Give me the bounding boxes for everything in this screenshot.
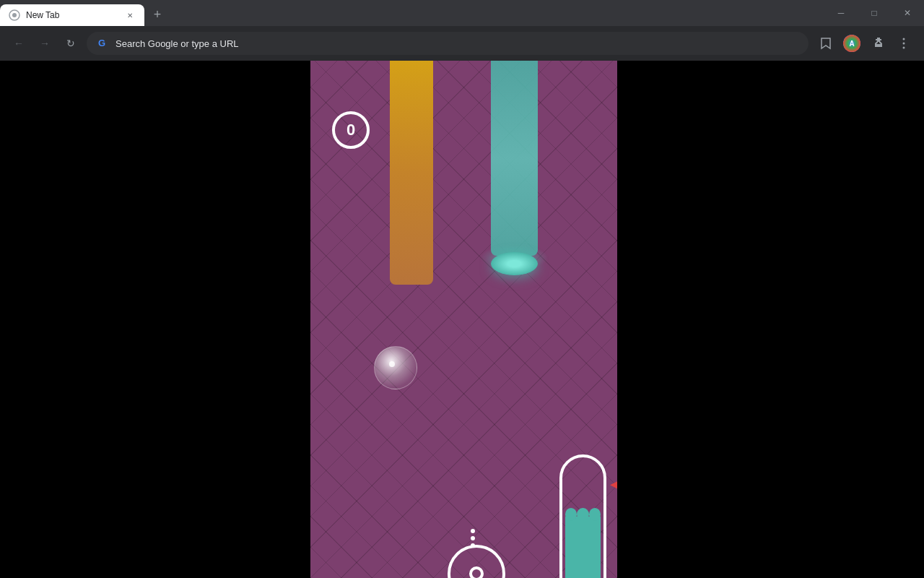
- profile-avatar: A: [843, 35, 860, 52]
- score-display: 0: [332, 111, 370, 149]
- sidebar-left: [0, 61, 310, 578]
- chrome-menu-button[interactable]: [892, 32, 915, 55]
- dot-2: [471, 536, 475, 540]
- target-outer-ring: [448, 545, 505, 578]
- thermometer-fill: [565, 517, 601, 578]
- toolbar-icons: A: [814, 32, 915, 55]
- svg-point-5: [903, 38, 905, 40]
- dot-1: [471, 529, 475, 533]
- url-bar[interactable]: G Search Google or type a URL: [87, 32, 808, 55]
- google-logo: G: [98, 38, 110, 49]
- content-area: 0: [0, 61, 924, 578]
- new-tab-button[interactable]: +: [147, 4, 167, 25]
- extensions-button[interactable]: [866, 32, 889, 55]
- active-tab[interactable]: New Tab ✕: [0, 4, 144, 26]
- bump-3: [589, 508, 601, 521]
- score-circle: 0: [332, 111, 370, 149]
- window-controls: ─ □ ✕: [824, 0, 924, 26]
- bump-2: [577, 508, 588, 521]
- svg-text:A: A: [849, 40, 854, 48]
- column-left: [390, 61, 433, 285]
- forward-button[interactable]: →: [35, 33, 55, 53]
- svg-point-6: [903, 43, 905, 45]
- liquid-bumps: [565, 508, 601, 521]
- tab-close-button[interactable]: ✕: [124, 9, 136, 21]
- minimize-button[interactable]: ─: [824, 0, 858, 26]
- target-inner-ring: [469, 566, 484, 578]
- white-ball: [374, 346, 417, 389]
- browser-frame: New Tab ✕ + ─ □ ✕ ← → ↻ G Search: [0, 0, 924, 578]
- tab-favicon: [9, 9, 20, 21]
- profile-button[interactable]: A: [840, 32, 863, 55]
- address-bar: ← → ↻ G Search Google or type a URL: [0, 26, 924, 61]
- arrow-left: ◀: [610, 476, 617, 492]
- bookmark-button[interactable]: [814, 32, 837, 55]
- svg-point-1: [12, 13, 17, 17]
- back-button[interactable]: ←: [9, 33, 29, 53]
- close-button[interactable]: ✕: [891, 0, 924, 26]
- game-viewport[interactable]: 0: [310, 61, 617, 578]
- sidebar-right: [617, 61, 924, 578]
- teal-ball: [491, 252, 538, 275]
- tab-bar: New Tab ✕ + ─ □ ✕: [0, 0, 924, 26]
- target-circle: [448, 545, 505, 578]
- thermometer: [559, 454, 606, 578]
- maximize-button[interactable]: □: [858, 0, 891, 26]
- thermometer-outer: [559, 454, 606, 578]
- svg-point-7: [903, 47, 905, 49]
- tab-title: New Tab: [26, 10, 118, 20]
- score-value: 0: [346, 121, 355, 139]
- column-right: [491, 61, 538, 256]
- url-text: Search Google or type a URL: [116, 38, 797, 49]
- bump-1: [565, 508, 577, 521]
- refresh-button[interactable]: ↻: [61, 33, 81, 53]
